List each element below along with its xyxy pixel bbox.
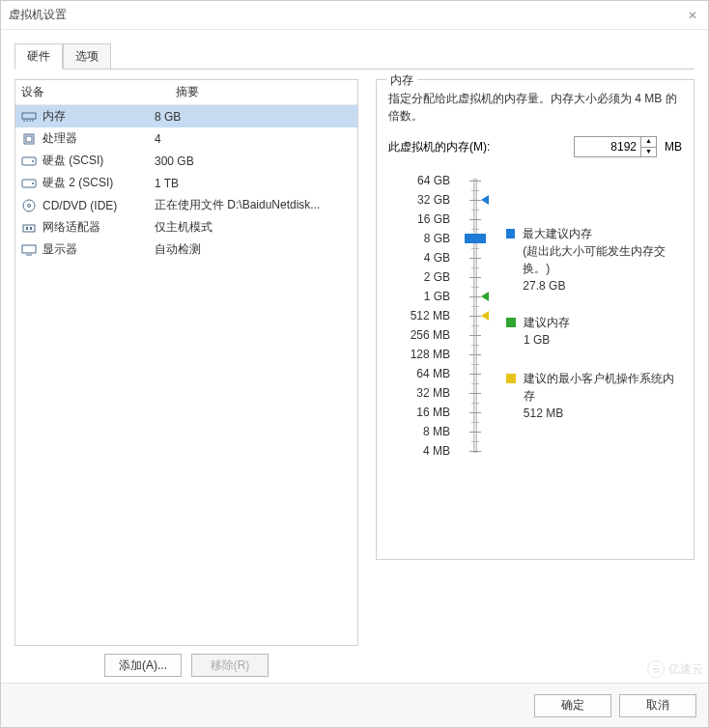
display-icon	[21, 243, 37, 257]
tick-minor	[471, 210, 479, 210]
device-summary: 正在使用文件 D:\BaiduNetdisk...	[155, 197, 352, 213]
remove-button[interactable]: 移除(R)	[191, 654, 269, 677]
tick-label: 8 MB	[398, 422, 456, 441]
spin-down-icon[interactable]: ▼	[641, 148, 656, 157]
legend-min: 建议的最小客户机操作系统内存 512 MB	[506, 370, 682, 422]
memory-slider-area: 64 GB32 GB16 GB8 GB4 GB2 GB1 GB512 MB256…	[388, 171, 682, 461]
svg-point-8	[32, 160, 34, 162]
tick-label: 1 GB	[398, 287, 456, 306]
legend-max-note: (超出此大小可能发生内存交换。)	[523, 242, 682, 277]
tick-label: 512 MB	[398, 306, 456, 325]
tick-label: 2 GB	[398, 267, 456, 287]
legend-rec-title: 建议内存	[524, 314, 570, 331]
ok-button[interactable]: 确定	[534, 694, 611, 717]
device-summary: 4	[155, 132, 352, 146]
tick-mark	[469, 316, 481, 317]
tick-label: 4 GB	[398, 248, 456, 267]
memory-groupbox: 内存 指定分配给此虚拟机的内存量。内存大小必须为 4 MB 的倍数。 此虚拟机的…	[376, 79, 695, 560]
tick-minor	[471, 325, 479, 326]
tick-mark	[469, 219, 481, 220]
device-row[interactable]: 网络适配器仅主机模式	[15, 216, 357, 238]
tick-label: 8 GB	[398, 229, 456, 248]
col-device: 设备	[21, 84, 176, 100]
device-row[interactable]: CD/DVD (IDE)正在使用文件 D:\BaiduNetdisk...	[15, 194, 357, 216]
tick-minor	[471, 345, 479, 346]
legend-max-color	[506, 229, 515, 238]
svg-rect-15	[30, 227, 32, 230]
slider-track-wrap	[456, 171, 495, 461]
tab-bar: 硬件 选项	[14, 43, 695, 70]
tick-label: 16 GB	[398, 210, 456, 229]
network-icon	[21, 221, 37, 235]
memory-description: 指定分配给此虚拟机的内存量。内存大小必须为 4 MB 的倍数。	[388, 90, 682, 125]
window-title: 虚拟机设置	[9, 7, 685, 23]
spin-up-icon[interactable]: ▲	[641, 137, 656, 148]
cancel-button[interactable]: 取消	[619, 694, 696, 717]
add-button[interactable]: 添加(A)...	[104, 654, 182, 677]
svg-point-11	[23, 200, 35, 211]
tick-minor	[471, 422, 479, 423]
device-summary: 仅主机模式	[155, 219, 352, 236]
tick-label: 32 MB	[398, 383, 456, 403]
title-bar: 虚拟机设置 ✕	[1, 1, 708, 30]
legend-max: 最大建议内存 (超出此大小可能发生内存交换。) 27.8 GB	[506, 225, 682, 294]
left-buttons: 添加(A)... 移除(R)	[14, 654, 358, 677]
groupbox-title: 内存	[386, 72, 417, 89]
svg-rect-6	[26, 136, 32, 142]
svg-point-12	[28, 204, 31, 207]
tick-mark	[469, 432, 481, 433]
device-summary: 1 TB	[155, 177, 352, 190]
device-row[interactable]: 处理器4	[15, 127, 357, 150]
cd-icon	[21, 199, 37, 212]
close-icon[interactable]: ✕	[685, 9, 700, 22]
tick-mark	[469, 181, 481, 182]
tab-hardware[interactable]: 硬件	[14, 43, 63, 70]
content-area: 硬件 选项 设备 摘要 内存8 GB处理器4硬盘 (SCSI)300 GB硬盘 …	[1, 30, 708, 683]
tick-label: 32 GB	[398, 190, 456, 210]
pointer-max-icon	[481, 195, 489, 205]
right-panel: 内存 指定分配给此虚拟机的内存量。内存大小必须为 4 MB 的倍数。 此虚拟机的…	[376, 79, 695, 677]
tick-label: 64 GB	[398, 171, 456, 190]
tick-minor	[471, 403, 479, 404]
memory-unit: MB	[665, 140, 682, 154]
legend-min-title: 建议的最小客户机操作系统内存	[524, 370, 682, 405]
device-name: 显示器	[43, 241, 77, 258]
watermark: 云 亿速云	[647, 660, 703, 678]
device-name: CD/DVD (IDE)	[43, 199, 117, 212]
legend-min-value: 512 MB	[524, 405, 682, 422]
slider-tick-labels: 64 GB32 GB16 GB8 GB4 GB2 GB1 GB512 MB256…	[398, 171, 456, 461]
panels: 设备 摘要 内存8 GB处理器4硬盘 (SCSI)300 GB硬盘 2 (SCS…	[14, 69, 695, 677]
memory-label: 此虚拟机的内存(M):	[388, 139, 490, 155]
memory-input[interactable]	[574, 136, 641, 157]
tick-label: 16 MB	[398, 403, 456, 422]
device-summary: 自动检测	[155, 241, 352, 258]
slider-thumb[interactable]	[465, 234, 486, 243]
device-row[interactable]: 硬盘 2 (SCSI)1 TB	[15, 172, 357, 194]
tick-minor	[471, 267, 479, 268]
tab-options[interactable]: 选项	[63, 43, 111, 70]
tick-mark	[469, 393, 481, 394]
legend-rec: 建议内存 1 GB	[506, 314, 570, 349]
pointer-rec-icon	[481, 292, 489, 301]
tick-minor	[471, 287, 479, 288]
device-list-header: 设备 摘要	[15, 80, 357, 105]
device-row[interactable]: 硬盘 (SCSI)300 GB	[15, 150, 357, 172]
tick-mark	[469, 335, 481, 336]
pointer-min-icon	[481, 311, 489, 321]
legend-rec-color	[506, 318, 516, 327]
device-name: 硬盘 2 (SCSI)	[43, 175, 113, 191]
device-name: 硬盘 (SCSI)	[43, 153, 103, 169]
device-row[interactable]: 显示器自动检测	[15, 238, 357, 261]
slider-legend: 最大建议内存 (超出此大小可能发生内存交换。) 27.8 GB 建议内存 1 G…	[495, 171, 682, 461]
tick-minor	[471, 306, 479, 307]
tick-mark	[469, 258, 481, 259]
device-list: 设备 摘要 内存8 GB处理器4硬盘 (SCSI)300 GB硬盘 2 (SCS…	[14, 79, 358, 646]
svg-rect-16	[22, 245, 36, 253]
memory-spinner[interactable]: ▲▼	[641, 136, 657, 157]
device-row[interactable]: 内存8 GB	[15, 105, 357, 127]
legend-max-value: 27.8 GB	[523, 277, 682, 294]
col-summary: 摘要	[176, 84, 199, 100]
tick-minor	[471, 229, 479, 230]
legend-max-title: 最大建议内存	[523, 225, 682, 242]
tick-mark	[469, 451, 481, 452]
